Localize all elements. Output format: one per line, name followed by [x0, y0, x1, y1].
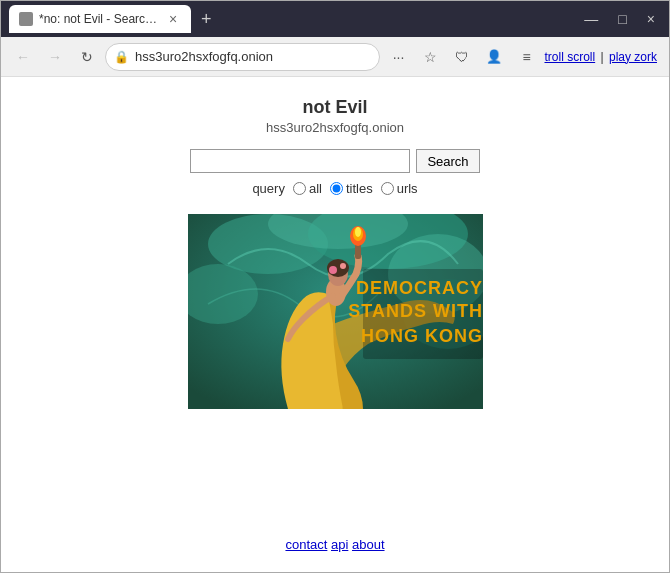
site-title: not Evil — [302, 97, 367, 118]
page-content: not Evil hss3uro2hsxfogfq.onion Search q… — [1, 77, 669, 572]
urls-radio-label[interactable]: urls — [381, 181, 418, 196]
site-url: hss3uro2hsxfogfq.onion — [266, 120, 404, 135]
window-controls: — □ × — [578, 9, 661, 29]
top-links: troll scroll | play zork — [544, 50, 661, 64]
back-icon: ← — [16, 49, 30, 65]
tab-title: *no: not Evil - Search Tor — [39, 12, 159, 26]
tab-close-btn[interactable]: × — [165, 11, 181, 27]
all-radio[interactable] — [293, 182, 306, 195]
svg-text:HONG KONG: HONG KONG — [360, 326, 482, 346]
api-link[interactable]: api — [331, 537, 348, 552]
minimize-button[interactable]: — — [578, 9, 604, 29]
hamburger-icon: ≡ — [522, 49, 530, 65]
about-link[interactable]: about — [352, 537, 385, 552]
star-icon: ☆ — [424, 49, 437, 65]
more-button[interactable]: ··· — [384, 43, 412, 71]
search-input[interactable] — [190, 149, 410, 173]
play-zork-link[interactable]: play zork — [609, 50, 657, 64]
tab-favicon — [19, 12, 33, 26]
lock-icon: 🔒 — [114, 50, 129, 64]
search-row: Search — [190, 149, 479, 173]
svg-text:STANDS WITH: STANDS WITH — [348, 301, 483, 321]
footer-links: contact api about — [285, 527, 384, 562]
close-button[interactable]: × — [641, 9, 661, 29]
radio-row: query all titles urls — [252, 181, 417, 196]
maximize-button[interactable]: □ — [612, 9, 632, 29]
svg-point-15 — [355, 227, 361, 237]
reload-button[interactable]: ↻ — [73, 43, 101, 71]
browser-tab[interactable]: *no: not Evil - Search Tor × — [9, 5, 191, 33]
search-button[interactable]: Search — [416, 149, 479, 173]
user-button[interactable]: 👤 — [480, 43, 508, 71]
navigation-bar: ← → ↻ 🔒 hss3uro2hsxfogfq.onion ··· ☆ 🛡 👤 — [1, 37, 669, 77]
dots-icon: ··· — [393, 49, 405, 65]
forward-button[interactable]: → — [41, 43, 69, 71]
svg-text:DEMOCRACY: DEMOCRACY — [355, 278, 482, 298]
shield-icon: 🛡 — [455, 49, 469, 65]
poster-image: DEMOCRACY STANDS WITH HONG KONG — [188, 214, 483, 409]
reload-icon: ↻ — [81, 49, 93, 65]
title-bar: *no: not Evil - Search Tor × + — □ × — [1, 1, 669, 37]
urls-radio[interactable] — [381, 182, 394, 195]
contact-link[interactable]: contact — [285, 537, 327, 552]
menu-button[interactable]: ≡ — [512, 43, 540, 71]
titles-radio[interactable] — [330, 182, 343, 195]
titles-radio-label[interactable]: titles — [330, 181, 373, 196]
query-label: query — [252, 181, 285, 196]
bookmark-button[interactable]: ☆ — [416, 43, 444, 71]
troll-scroll-link[interactable]: troll scroll — [544, 50, 595, 64]
user-icon: 👤 — [486, 49, 502, 64]
all-radio-label[interactable]: all — [293, 181, 322, 196]
nav-extras: ··· ☆ 🛡 👤 ≡ — [384, 43, 540, 71]
address-text: hss3uro2hsxfogfq.onion — [135, 49, 371, 64]
forward-icon: → — [48, 49, 62, 65]
back-button[interactable]: ← — [9, 43, 37, 71]
new-tab-button[interactable]: + — [195, 9, 218, 30]
address-bar[interactable]: 🔒 hss3uro2hsxfogfq.onion — [105, 43, 380, 71]
svg-point-11 — [340, 263, 346, 269]
svg-point-10 — [329, 266, 337, 274]
shield-button[interactable]: 🛡 — [448, 43, 476, 71]
link-separator: | — [601, 50, 604, 64]
